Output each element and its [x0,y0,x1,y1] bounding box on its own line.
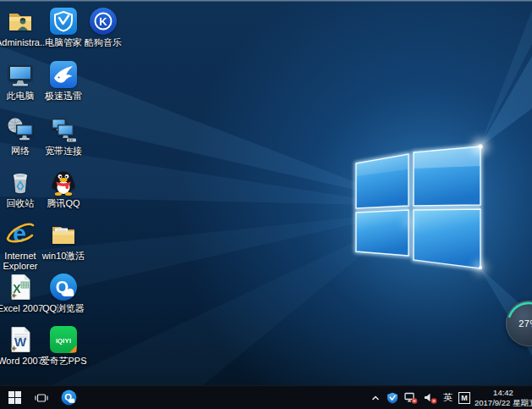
desktop-icon-internet-explorer[interactable]: e Internet Explorer [0,220,44,271]
internet-explorer-icon: e [6,220,35,249]
desktop-icon-tencent-qq[interactable]: 腾讯QQ [40,168,87,208]
desktop-icon-network[interactable]: 网络 [0,115,44,156]
pc-manager-icon [49,7,78,36]
excel-icon: X [6,273,35,301]
iqiyi-icon: iQIYI [49,325,78,354]
desktop-icon-excel[interactable]: X Excel 2007 [0,273,44,313]
qq-browser-taskbar-icon: Q [61,390,77,406]
show-hidden-icons-chevron[interactable] [370,393,381,403]
clock-time: 14:42 [474,388,532,398]
icon-label: Word 2007 [0,356,43,366]
icon-label: 爱奇艺PPS [40,356,86,366]
desktop-icon-iqiyi[interactable]: iQIYI 爱奇艺PPS [40,325,87,366]
icon-label: 宽带连接 [45,146,82,156]
svg-text:iQIYI: iQIYI [56,337,71,345]
administrator-folder-icon [6,7,35,36]
tray-network-disconnected-icon[interactable] [404,392,418,404]
clock-date: 2017/9/22 星期五 [474,398,532,408]
accelerator-arc-icon [506,301,532,346]
svg-text:K: K [99,15,107,28]
tray-volume-muted-icon[interactable] [424,392,437,404]
desktop-icon-recycle-bin[interactable]: 回收站 [0,168,44,208]
word-icon: W [6,325,35,354]
desktop-icon-kugou[interactable]: K 酷狗音乐 [80,7,127,47]
svg-text:W: W [14,334,27,349]
start-button[interactable] [0,386,29,409]
icon-label: 网络 [11,146,30,156]
task-view-icon [35,392,48,404]
icon-label: 极速迅雷 [45,91,82,101]
icon-label: win10激活 [42,251,85,261]
icon-label: 腾讯QQ [47,198,80,208]
broadband-icon [49,115,78,144]
icon-label: Excel 2007 [0,303,43,313]
recycle-bin-icon [6,168,35,196]
desktop-icon-this-pc[interactable]: 此电脑 [0,60,44,101]
desktop-icon-qq-browser[interactable]: Q QQ浏览器 [40,273,87,313]
icon-label: Internet Explorer [0,251,44,271]
icon-label: 酷狗音乐 [85,37,122,47]
taskbar-clock[interactable]: 14:42 2017/9/22 星期五 [474,388,532,407]
desktop-icon-word[interactable]: W Word 2007 [0,325,44,366]
icon-label: 回收站 [7,198,35,208]
qq-browser-icon: Q [49,273,78,301]
icon-label: 电脑管家 [45,37,82,47]
tray-shield-icon[interactable] [387,392,398,404]
desktop-icon-win10-activation[interactable]: win10激活 [40,220,87,261]
taskbar-qq-browser[interactable]: Q [54,386,83,409]
taskbar: Q [0,385,532,409]
network-icon [6,115,35,144]
win10-folder-icon [49,220,78,249]
icon-label: 此电脑 [7,91,35,101]
thunder-bird-icon [49,60,78,89]
kugou-music-icon: K [89,7,118,36]
desktop-icon-thunder[interactable]: 极速迅雷 [40,60,87,101]
qq-penguin-icon [49,168,78,196]
this-pc-icon [6,60,35,89]
windows-start-icon [8,391,21,404]
icon-label: Administra... [0,37,45,47]
ime-mode-indicator[interactable]: M [458,392,470,404]
desktop-icon-broadband[interactable]: 宽带连接 [40,115,87,156]
icon-label: QQ浏览器 [42,303,85,313]
task-view-button[interactable] [29,386,54,409]
desktop-icon-administrator[interactable]: Administra... [0,7,44,47]
language-indicator[interactable]: 英 [443,391,452,404]
windows-desktop: Administra... 电脑管家 K 酷狗音乐 [0,0,532,409]
system-tray: 英 M [370,391,470,404]
accelerator-ball[interactable]: 27% [506,301,532,346]
